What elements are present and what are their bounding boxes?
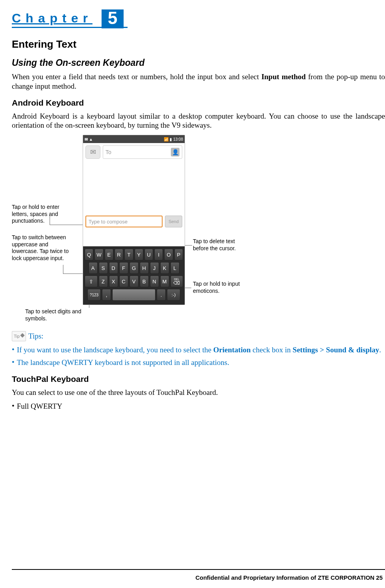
key-t[interactable]: T xyxy=(124,249,133,261)
tip-bullet-2: • The landscape QWERTY keyboard is not s… xyxy=(12,358,385,367)
key-u[interactable]: U xyxy=(144,249,153,261)
section-onscreen-keyboard: Using the On-screen Keyboard xyxy=(12,58,385,68)
key-k[interactable]: K xyxy=(160,262,169,274)
footer-divider xyxy=(12,569,385,570)
key-v[interactable]: V xyxy=(130,275,139,287)
key-space[interactable] xyxy=(112,289,155,301)
back-button[interactable]: ✉ xyxy=(85,145,100,159)
key-e[interactable]: E xyxy=(105,249,113,261)
key-shift[interactable]: ⇧ xyxy=(85,275,98,287)
key-q[interactable]: Q xyxy=(85,249,93,261)
key-p[interactable]: P xyxy=(174,249,183,261)
section-touchpal-keyboard: TouchPal Keyboard xyxy=(12,374,385,384)
status-right-icons: 📶▮13:08 xyxy=(163,137,183,141)
status-bar: ✉▲ 📶▮13:08 xyxy=(83,135,185,143)
key-emoticon[interactable]: :-) xyxy=(167,289,180,301)
key-c[interactable]: C xyxy=(119,275,128,287)
callout-delete: Tap to delete text before the cursor. xyxy=(193,238,248,252)
send-button[interactable]: Send xyxy=(165,216,182,227)
android-paragraph: Android Keyboard is a keyboard layout si… xyxy=(12,112,385,130)
tip1-text: If you want to use the landscape keyboar… xyxy=(17,345,385,355)
callout-shift: Tap to switch between uppercase and lowe… xyxy=(12,234,75,262)
key-period[interactable]: . xyxy=(157,289,166,301)
warn-icon: ▲ xyxy=(89,137,93,141)
tip2-text: The landscape QWERTY keyboard is not sup… xyxy=(17,358,385,367)
onscreen-keyboard: Q W E R T Y U I O P A S D F G H J K L xyxy=(83,246,185,305)
key-g[interactable]: G xyxy=(130,262,139,274)
message-area xyxy=(83,161,185,216)
intro-paragraph: When you enter a field that needs text o… xyxy=(12,72,385,91)
compose-placeholder: Type to compose xyxy=(89,219,128,225)
bullet-dot: • xyxy=(12,358,17,367)
key-o[interactable]: O xyxy=(164,249,173,261)
kbd-row-3: ⇧ Z X C V B N M DEL ⌫ xyxy=(85,275,183,287)
key-a[interactable]: A xyxy=(89,262,98,274)
keyboard-diagram: Tap or hold to enter letters, spaces and… xyxy=(12,135,252,328)
key-r[interactable]: R xyxy=(115,249,123,261)
bullet-dot: • xyxy=(12,402,17,411)
key-comma[interactable]: , xyxy=(102,289,111,301)
status-time: 13:08 xyxy=(173,137,183,141)
callout-letters: Tap or hold to enter letters, spaces and… xyxy=(12,204,75,225)
kbd-row-2: A S D F G H J K L xyxy=(85,262,183,274)
key-m[interactable]: M xyxy=(160,275,169,287)
chapter-word: Chapter xyxy=(12,11,93,25)
tips-row: Tip Tips: xyxy=(12,331,385,341)
bullet-full-qwerty: • Full QWERTY xyxy=(12,402,385,411)
phone-mock: ✉▲ 📶▮13:08 ✉ To 👤 Type to compose Send Q… xyxy=(83,135,185,305)
key-d[interactable]: D xyxy=(109,262,118,274)
tip-bullet-1: • If you want to use the landscape keybo… xyxy=(12,345,385,355)
chapter-number: 5 xyxy=(102,9,124,28)
key-delete[interactable]: DEL ⌫ xyxy=(170,275,183,287)
key-l[interactable]: L xyxy=(170,262,180,274)
section-android-keyboard: Android Keyboard xyxy=(12,98,385,108)
to-placeholder: To xyxy=(106,149,111,155)
page-title: Entering Text xyxy=(12,38,385,50)
key-symbols[interactable]: ?123 xyxy=(87,289,101,301)
status-left-icons: ✉▲ xyxy=(85,137,94,141)
bullet-dot: • xyxy=(12,345,17,355)
key-x[interactable]: X xyxy=(109,275,118,287)
to-row: ✉ To 👤 xyxy=(83,143,185,161)
key-f[interactable]: F xyxy=(119,262,128,274)
to-field[interactable]: To 👤 xyxy=(103,145,182,159)
key-w[interactable]: W xyxy=(94,249,103,261)
signal-icon: 📶 xyxy=(164,137,168,141)
key-b[interactable]: B xyxy=(140,275,149,287)
kbd-row-1: Q W E R T Y U I O P xyxy=(85,249,183,261)
tip-icon: Tip xyxy=(12,331,26,341)
key-j[interactable]: J xyxy=(150,262,159,274)
footer-text: Confidential and Proprietary Information… xyxy=(195,574,383,581)
callout-symbols: Tap to select digits and symbols. xyxy=(25,308,88,322)
tips-label: Tips: xyxy=(28,332,43,341)
key-h[interactable]: H xyxy=(140,262,149,274)
intro-text-bold: Input method xyxy=(261,73,306,81)
key-z[interactable]: Z xyxy=(99,275,108,287)
key-i[interactable]: I xyxy=(154,249,163,261)
touchpal-paragraph: You can select to use one of the three l… xyxy=(12,388,385,397)
key-n[interactable]: N xyxy=(150,275,159,287)
contact-icon[interactable]: 👤 xyxy=(171,148,180,156)
key-y[interactable]: Y xyxy=(135,249,143,261)
kbd-row-4: ?123 , . :-) xyxy=(85,289,183,301)
callout-emoticons: Tap or hold to input emoticons. xyxy=(193,281,248,294)
msg-icon: ✉ xyxy=(85,137,88,141)
battery-icon: ▮ xyxy=(170,137,172,141)
key-s[interactable]: S xyxy=(99,262,108,274)
chapter-heading: Chapter 5 xyxy=(12,8,128,28)
full-qwerty-text: Full QWERTY xyxy=(17,402,385,411)
compose-field[interactable]: Type to compose xyxy=(85,216,163,227)
compose-row: Type to compose Send xyxy=(83,216,185,230)
intro-text-a: When you enter a field that needs text o… xyxy=(12,73,261,81)
